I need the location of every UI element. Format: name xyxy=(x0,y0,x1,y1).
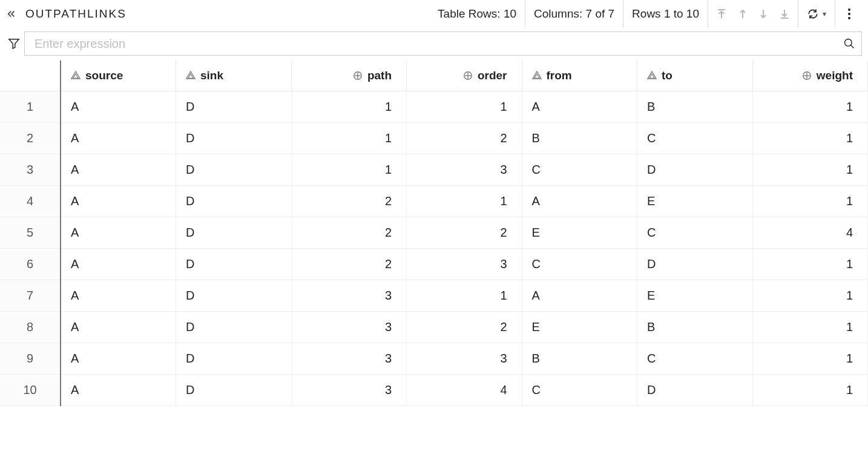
numeric-type-icon xyxy=(463,71,473,80)
cell-path: 1 xyxy=(291,123,407,154)
back-button[interactable] xyxy=(5,8,18,19)
column-header-sink[interactable]: sink xyxy=(176,61,292,91)
cell-order: 3 xyxy=(407,343,522,375)
svg-point-2 xyxy=(848,8,850,11)
cell-weight: 1 xyxy=(752,312,868,343)
cell-source: A xyxy=(61,91,176,123)
table-row[interactable]: 8AD32EB1 xyxy=(0,312,868,343)
cell-path: 2 xyxy=(291,186,407,217)
cell-sink: D xyxy=(176,186,292,217)
svg-point-5 xyxy=(845,39,852,47)
cell-weight: 1 xyxy=(752,91,868,123)
arrow-down-bar-icon xyxy=(780,8,789,19)
cell-to: B xyxy=(637,91,753,123)
text-type-icon xyxy=(647,71,657,80)
go-next-button[interactable] xyxy=(759,8,768,19)
cell-sink: D xyxy=(176,217,292,249)
chevron-down-icon: ▾ xyxy=(823,10,826,18)
funnel-icon xyxy=(7,38,21,50)
table-row[interactable]: 1AD11AB1 xyxy=(0,91,868,123)
table-row[interactable]: 2AD12BC1 xyxy=(0,123,868,154)
column-header-source[interactable]: source xyxy=(61,61,176,91)
cell-source: A xyxy=(61,280,176,312)
svg-point-4 xyxy=(848,17,850,19)
numeric-type-icon xyxy=(802,71,812,80)
table-row[interactable]: 5AD22EC4 xyxy=(0,217,868,249)
table-row[interactable]: 3AD13CD1 xyxy=(0,154,868,186)
cell-weight: 1 xyxy=(752,343,868,375)
row-number: 5 xyxy=(0,217,61,249)
cell-order: 4 xyxy=(407,375,522,406)
cell-weight: 1 xyxy=(752,123,868,154)
cell-sink: D xyxy=(176,154,292,186)
go-prev-button[interactable] xyxy=(738,8,747,19)
column-header-to[interactable]: to xyxy=(637,61,753,91)
columns-count: Columns: 7 of 7 xyxy=(534,7,614,21)
cell-to: D xyxy=(637,249,753,280)
cell-from: A xyxy=(522,91,637,123)
cell-order: 2 xyxy=(407,312,522,343)
filter-bar xyxy=(0,28,868,61)
cell-source: A xyxy=(61,343,176,375)
column-label: order xyxy=(478,69,507,82)
table-row[interactable]: 7AD31AE1 xyxy=(0,280,868,312)
rows-range: Rows 1 to 10 xyxy=(632,7,699,21)
table-row[interactable]: 10AD34CD1 xyxy=(0,375,868,406)
table-row[interactable]: 6AD23CD1 xyxy=(0,249,868,280)
text-type-icon xyxy=(532,71,542,80)
filter-button[interactable] xyxy=(4,38,24,50)
cell-sink: D xyxy=(176,280,292,312)
column-label: sink xyxy=(200,69,223,82)
cell-path: 3 xyxy=(291,312,407,343)
expression-field-wrap xyxy=(24,31,862,56)
go-last-button[interactable] xyxy=(780,8,789,19)
cell-sink: D xyxy=(176,312,292,343)
cell-to: D xyxy=(637,375,753,406)
column-label: from xyxy=(547,69,572,82)
refresh-button[interactable]: ▾ xyxy=(807,8,826,20)
row-number: 10 xyxy=(0,375,61,406)
cell-to: C xyxy=(637,123,753,154)
cell-weight: 1 xyxy=(752,249,868,280)
row-number: 1 xyxy=(0,91,61,123)
row-number: 7 xyxy=(0,280,61,312)
cell-order: 2 xyxy=(407,123,522,154)
more-options-button[interactable] xyxy=(844,8,855,20)
expression-input[interactable] xyxy=(33,36,843,51)
table-row[interactable]: 9AD33BC1 xyxy=(0,343,868,375)
cell-path: 1 xyxy=(291,154,407,186)
cell-from: C xyxy=(522,154,637,186)
text-type-icon xyxy=(186,71,196,80)
row-number: 4 xyxy=(0,186,61,217)
table-row[interactable]: 4AD21AE1 xyxy=(0,186,868,217)
cell-source: A xyxy=(61,249,176,280)
cell-order: 2 xyxy=(407,217,522,249)
arrow-up-bar-icon xyxy=(717,8,726,19)
column-header-path[interactable]: path xyxy=(291,61,407,91)
cell-to: D xyxy=(637,154,753,186)
column-header-weight[interactable]: weight xyxy=(752,61,868,91)
cell-to: C xyxy=(637,343,753,375)
cell-path: 2 xyxy=(291,249,407,280)
cell-sink: D xyxy=(176,249,292,280)
cell-from: E xyxy=(522,217,637,249)
cell-source: A xyxy=(61,123,176,154)
cell-to: E xyxy=(637,280,753,312)
cell-from: C xyxy=(522,375,637,406)
cell-order: 3 xyxy=(407,154,522,186)
column-header-from[interactable]: from xyxy=(522,61,637,91)
column-header-order[interactable]: order xyxy=(407,61,522,91)
cell-weight: 1 xyxy=(752,154,868,186)
text-type-icon xyxy=(71,71,81,80)
cell-source: A xyxy=(61,154,176,186)
cell-to: E xyxy=(637,186,753,217)
go-first-button[interactable] xyxy=(717,8,726,19)
cell-sink: D xyxy=(176,91,292,123)
cell-weight: 1 xyxy=(752,280,868,312)
cell-order: 1 xyxy=(407,186,522,217)
row-number: 3 xyxy=(0,154,61,186)
toolbar: OUTPATHLINKS Table Rows: 10 Columns: 7 o… xyxy=(0,0,868,28)
search-button[interactable] xyxy=(843,38,855,50)
dataset-title: OUTPATHLINKS xyxy=(24,7,127,21)
cell-source: A xyxy=(61,375,176,406)
